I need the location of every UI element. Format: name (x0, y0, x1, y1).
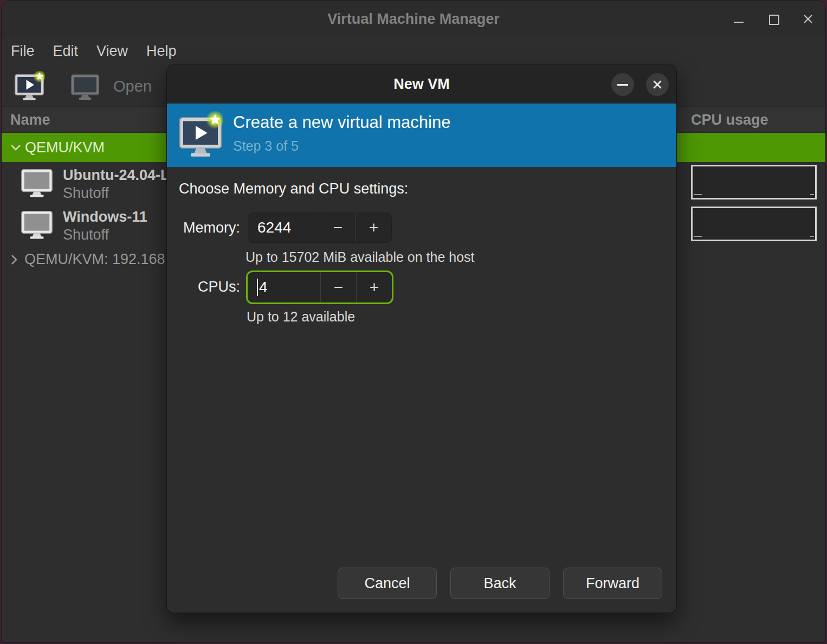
wizard-banner: Create a new virtual machine Step 3 of 5 (167, 104, 676, 167)
connection-label: QEMU/KVM (25, 133, 105, 162)
cpu-sparkline-ubuntu (691, 165, 817, 199)
vm-row-windows[interactable]: Windows-11 Shutoff (2, 205, 167, 245)
menu-item-file[interactable]: File (11, 43, 35, 60)
memory-spinbox: 6244 − + (248, 212, 392, 243)
vm-monitor-icon (20, 165, 54, 199)
memory-label: Memory: (167, 220, 240, 236)
desktop-backdrop: Virtual Machine Manager File Edit View H… (0, 0, 827, 644)
vm-monitor-icon (20, 207, 54, 241)
vm-status: Shutoff (63, 227, 109, 243)
cpus-decrement-button[interactable]: − (320, 272, 356, 302)
cpus-label: CPUs: (167, 279, 240, 295)
close-icon[interactable] (803, 14, 813, 24)
cpus-increment-button[interactable]: + (356, 272, 392, 302)
cpus-input[interactable]: 4 (248, 272, 320, 302)
column-header-cpu-usage[interactable]: CPU usage (691, 107, 768, 133)
cpu-sparkline-windows (691, 207, 817, 241)
new-vm-button[interactable] (14, 71, 45, 101)
wizard-banner-icon (178, 111, 223, 159)
chevron-down-icon[interactable] (10, 144, 22, 152)
vm-name: Windows-11 (63, 209, 147, 226)
wizard-body: Choose Memory and CPU settings: Memory: … (167, 167, 676, 613)
memory-decrement-button[interactable]: − (320, 213, 356, 242)
forward-button[interactable]: Forward (563, 568, 662, 599)
cancel-button[interactable]: Cancel (338, 568, 437, 599)
dialog-minimize-button[interactable] (611, 73, 634, 96)
wizard-title: Create a new virtual machine (233, 113, 450, 132)
dialog-close-button[interactable] (646, 73, 669, 96)
new-vm-dialog: New VM Create a new virtual machine Step (167, 65, 676, 613)
new-vm-icon (14, 71, 45, 101)
chevron-right-icon[interactable] (10, 254, 18, 266)
memory-helper-text: Up to 15702 MiB available on the host (245, 249, 475, 265)
menu-item-edit[interactable]: Edit (53, 43, 79, 60)
settings-heading: Choose Memory and CPU settings: (179, 181, 408, 197)
vm-status: Shutoff (63, 185, 109, 202)
memory-input[interactable]: 6244 (248, 213, 320, 242)
cpus-helper-text: Up to 12 available (247, 309, 355, 325)
cpus-value: 4 (259, 279, 268, 296)
maximize-icon[interactable] (768, 14, 779, 24)
window-title: Virtual Machine Manager (2, 1, 825, 37)
open-button[interactable]: Open (70, 71, 152, 101)
text-caret (257, 279, 258, 296)
back-button[interactable]: Back (450, 568, 550, 599)
app-titlebar: Virtual Machine Manager (2, 1, 825, 37)
column-header-name[interactable]: Name (10, 107, 50, 133)
minimize-icon[interactable] (733, 14, 744, 24)
menu-item-view[interactable]: View (96, 43, 128, 60)
vm-row-ubuntu[interactable]: Ubuntu-24.04-LTS Shutoff (2, 163, 167, 203)
cpus-spinbox: 4 − + (246, 271, 393, 304)
toolbar-separator (56, 69, 56, 102)
dialog-titlebar: New VM (167, 65, 676, 104)
menubar: File Edit View Help (2, 37, 825, 65)
menu-item-help[interactable]: Help (146, 43, 177, 60)
dialog-footer: Cancel Back Forward (338, 568, 662, 599)
close-icon (652, 79, 663, 90)
remote-connection-row[interactable]: QEMU/KVM: 192.168.1.17 (2, 246, 167, 273)
open-label: Open (113, 78, 152, 95)
window-controls (733, 1, 813, 37)
memory-increment-button[interactable]: + (356, 213, 391, 242)
dialog-title: New VM (167, 65, 676, 104)
wizard-step: Step 3 of 5 (233, 138, 299, 154)
open-monitor-icon (70, 71, 100, 101)
